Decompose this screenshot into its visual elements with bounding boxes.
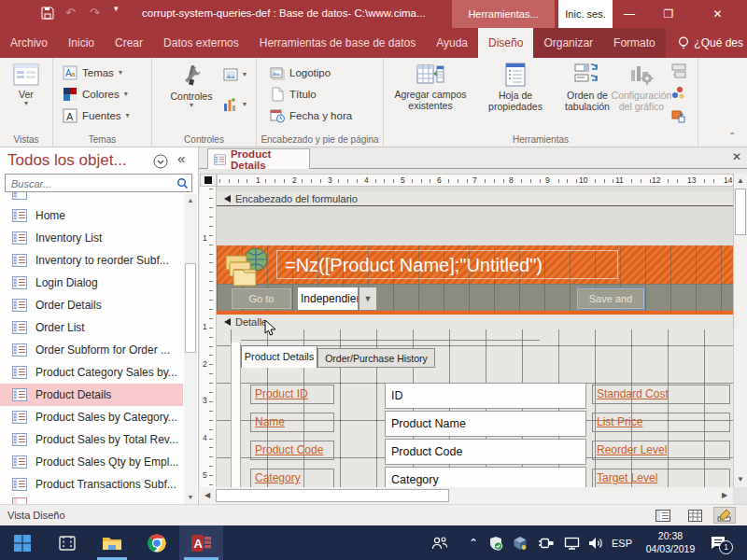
field-label-name[interactable]: Name — [250, 413, 334, 432]
save-and-new-button[interactable]: Save and New — [577, 288, 644, 309]
subform-window-button[interactable] — [671, 62, 686, 80]
tab-crear[interactable]: Crear — [105, 28, 153, 58]
record-combo-arrow-icon[interactable]: ▼ — [359, 287, 377, 311]
nav-pane-title[interactable]: Todos los objet... — [7, 151, 127, 170]
title-button[interactable]: Título — [270, 85, 317, 104]
datasheet-view-button[interactable] — [684, 507, 706, 524]
field-value-product-code[interactable]: Product Code — [385, 439, 586, 465]
sidebar-item-product-transactions[interactable]: Product Transactions Subf... — [0, 473, 183, 496]
form-view-button[interactable] — [652, 507, 674, 524]
notification-center-icon[interactable]: 1 — [702, 525, 734, 560]
form-title-control[interactable]: =Nz([Product Name];"Untitled") — [276, 250, 618, 279]
field-label-product-id[interactable]: Product ID — [250, 385, 334, 404]
sidebar-item-product-category-sales[interactable]: Product Category Sales by... — [0, 361, 183, 384]
document-tab-product-details[interactable]: Product Details — [207, 148, 310, 169]
task-view-button[interactable] — [45, 525, 90, 560]
add-existing-fields-button[interactable]: Agregar campos existentes — [387, 62, 474, 111]
label-standard-cost[interactable]: Standard Cost — [592, 385, 730, 404]
access-button[interactable]: A — [179, 525, 223, 560]
search-box[interactable] — [5, 174, 192, 192]
sidebar-item-product-details[interactable]: Product Details — [0, 384, 183, 406]
insert-chart-button[interactable]: ▾ — [223, 95, 247, 114]
tab-inicio[interactable]: Inicio — [58, 28, 105, 58]
signin-button[interactable]: Inic. ses. — [558, 0, 613, 28]
label-reorder-level[interactable]: Reorder Level — [592, 441, 730, 460]
nav-scroll-down-icon[interactable]: ▼ — [184, 491, 197, 504]
property-sheet-button[interactable]: Hoja de propiedades — [476, 62, 555, 112]
label-target-level[interactable]: Target Level — [592, 469, 730, 487]
shutter-close-icon[interactable]: « — [177, 150, 185, 166]
datetime-button[interactable]: Fecha y hora — [270, 106, 352, 125]
vscroll-down-icon[interactable]: ▼ — [734, 472, 747, 486]
vscroll-up-icon[interactable]: ▲ — [734, 174, 747, 188]
tellme-box[interactable]: ¿Qué des — [678, 28, 743, 58]
record-combo[interactable]: Independient — [297, 287, 359, 311]
virtualbox-icon[interactable] — [508, 525, 532, 560]
tab-herramientas-bd[interactable]: Herramientas de base de datos — [249, 28, 426, 58]
file-explorer-button[interactable] — [90, 525, 134, 560]
nav-scroll-up-icon[interactable]: ▲ — [184, 194, 197, 207]
sidebar-item-order-list[interactable]: Order List — [0, 316, 183, 339]
label-list-price[interactable]: List Price — [592, 413, 730, 432]
design-vscrollbar[interactable]: ▲ ▼ — [733, 174, 747, 487]
view-code-button[interactable] — [671, 84, 686, 103]
clock[interactable]: 20:38 04/03/2019 — [641, 529, 700, 555]
controls-button[interactable]: Controles ▾ — [163, 62, 219, 109]
restore-button[interactable]: ❐ — [649, 0, 688, 28]
search-input[interactable] — [6, 175, 170, 191]
qat-customize-icon[interactable]: ▾ — [114, 4, 119, 13]
tab-archivo[interactable]: Archivo — [0, 28, 58, 58]
network-icon[interactable] — [558, 525, 585, 560]
design-view-button[interactable] — [713, 507, 736, 524]
nav-scroll-thumb[interactable] — [185, 263, 196, 353]
view-button[interactable]: Ver ▾ — [7, 62, 45, 107]
logo-button[interactable]: Logotipo — [270, 63, 331, 82]
form-logo-image[interactable] — [222, 246, 275, 293]
people-icon[interactable] — [425, 525, 455, 560]
start-button[interactable] — [0, 525, 45, 560]
field-value-name[interactable]: Product Name — [385, 411, 586, 437]
convert-macros-button[interactable] — [671, 106, 686, 125]
close-button[interactable]: ✕ — [688, 0, 747, 28]
form-tab-order-history[interactable]: Order/Purchase History — [317, 348, 435, 368]
sidebar-item-product-sales-revenue[interactable]: Product Sales by Total Rev... — [0, 428, 183, 451]
sidebar-item-order-subform[interactable]: Order Subform for Order ... — [0, 339, 183, 361]
tab-datos-externos[interactable]: Datos externos — [153, 28, 249, 58]
sidebar-item-inventory-list[interactable]: Inventory List — [0, 227, 183, 249]
chrome-button[interactable] — [134, 525, 179, 560]
collapse-ribbon-icon[interactable]: ⌃ — [728, 131, 736, 141]
vscroll-thumb[interactable] — [735, 189, 746, 235]
sidebar-item-login-dialog[interactable]: Login Dialog — [0, 272, 183, 294]
sidebar-item-product-sales-category[interactable]: Product Sales by Category... — [0, 406, 183, 428]
search-icon[interactable] — [176, 177, 189, 189]
undo-icon[interactable]: ↶ — [65, 6, 76, 20]
tab-ayuda[interactable]: Ayuda — [426, 28, 478, 58]
document-close-icon[interactable]: ✕ — [732, 150, 741, 163]
tab-formato[interactable]: Formato — [603, 28, 666, 58]
sidebar-item-product-sales-qty[interactable]: Product Sales Qty by Empl... — [0, 451, 183, 473]
fonts-button[interactable]: A Fuentes▾ — [63, 106, 130, 125]
colors-button[interactable]: Colores▾ — [63, 85, 128, 104]
insert-image-button[interactable]: ▾ — [223, 65, 247, 84]
design-hscrollbar[interactable]: ◀ ▶ — [199, 487, 747, 504]
sidebar-item-home[interactable]: Home — [0, 204, 183, 227]
field-label-category[interactable]: Category — [250, 469, 334, 487]
nav-menu-icon[interactable] — [153, 154, 168, 169]
form-selector[interactable] — [200, 174, 217, 187]
redo-icon[interactable]: ↷ — [90, 6, 100, 20]
hscroll-right-icon[interactable]: ▶ — [718, 488, 731, 502]
form-header-section-bar[interactable]: Encabezado del formulario — [217, 191, 733, 206]
form-tab-product-details[interactable]: Product Details — [241, 345, 317, 368]
speaker-icon[interactable] — [583, 525, 609, 560]
sidebar-item-inventory-reorder[interactable]: Inventory to reorder Subf... — [0, 249, 183, 272]
field-value-category[interactable]: Category — [385, 467, 586, 487]
save-icon[interactable] — [41, 7, 54, 20]
hscroll-left-icon[interactable]: ◀ — [201, 488, 214, 502]
sidebar-item-order-details[interactable]: Order Details — [0, 294, 183, 316]
detail-section-bar[interactable]: Detalle — [217, 315, 733, 329]
power-plug-icon[interactable] — [532, 525, 558, 560]
tab-organizar[interactable]: Organizar — [533, 28, 603, 58]
hscroll-thumb[interactable] — [216, 489, 449, 502]
themes-button[interactable]: Aa Temas▾ — [63, 63, 122, 82]
nav-scrollbar[interactable]: ▲ ▼ — [184, 194, 197, 504]
